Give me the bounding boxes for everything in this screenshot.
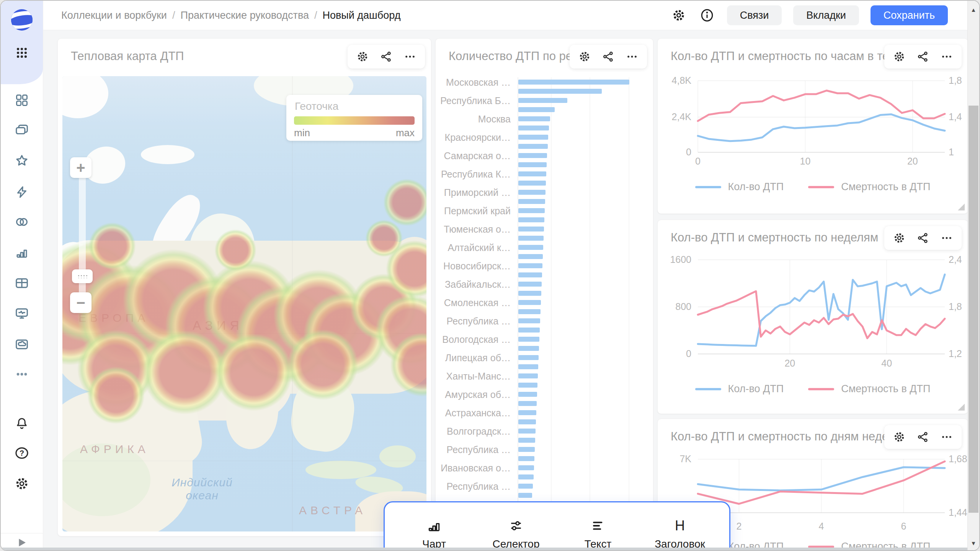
widget-links-icon[interactable] [599, 47, 618, 66]
heatmap-legend: Геоточка min max [286, 95, 422, 141]
sidebar-item-monitoring-icon[interactable] [1, 305, 43, 323]
sidebar-item-collections-icon[interactable] [1, 121, 43, 139]
map-zoom-slider-handle[interactable] [72, 269, 93, 283]
bar [518, 263, 542, 268]
sidebar-item-editor-icon[interactable] [1, 183, 43, 201]
save-button[interactable]: Сохранить [871, 5, 948, 25]
apps-grid-icon[interactable] [1, 44, 43, 62]
bar [518, 116, 550, 121]
add-chart-button[interactable]: Чарт [402, 518, 467, 550]
legend-item-mortality[interactable]: Смертность в ДТП [808, 383, 930, 395]
y-left-tick: 800 [658, 301, 691, 312]
help-icon[interactable]: ? [1, 444, 43, 462]
widget-links-icon[interactable] [913, 228, 933, 248]
svg-text:?: ? [20, 449, 24, 457]
widget-settings-gear-icon[interactable] [575, 47, 594, 66]
map-zoom-out-button[interactable]: − [70, 292, 91, 313]
bar [518, 89, 602, 94]
bar-label: Республика К… [436, 169, 511, 180]
x-tick: 40 [875, 358, 898, 369]
sidebar-item-dashboards-icon[interactable] [1, 91, 43, 109]
widget-line-chart-weeks: Кол-во ДТП и смертность по неделям Кол-в… [657, 220, 968, 414]
bar [518, 346, 539, 351]
widget-more-icon[interactable] [937, 228, 956, 248]
widget-settings-gear-icon[interactable] [353, 47, 372, 66]
widget-more-icon[interactable] [400, 47, 420, 66]
dashboard-canvas: Тепловая карта ДТП [43, 30, 969, 549]
top-bar: Коллекции и воркбуки / Практические руко… [43, 1, 969, 30]
widget-links-icon[interactable] [913, 427, 933, 447]
widget-more-icon[interactable] [937, 427, 956, 447]
legend-item-accidents[interactable]: Кол-во ДТП [695, 383, 784, 395]
x-tick: 10 [794, 156, 817, 167]
sidebar-item-storage-icon[interactable] [1, 335, 43, 354]
bar-label: Забайкальск… [436, 279, 511, 290]
widget-more-icon[interactable] [937, 47, 956, 66]
series-line-mortality [698, 291, 945, 338]
bar [518, 144, 548, 149]
bar [518, 181, 546, 186]
bar [518, 429, 536, 434]
widget-links-icon[interactable] [913, 47, 933, 66]
add-selector-button[interactable]: Селектор [483, 518, 549, 550]
bar-label: Самарская о… [436, 150, 511, 161]
bar-label: Амурская об… [436, 389, 511, 400]
selector-sliders-icon [509, 518, 523, 533]
bar [518, 135, 548, 140]
add-text-button[interactable]: Текст [565, 518, 630, 550]
y-left-tick: 2,4K [658, 111, 691, 122]
bar-label: Новосибирск… [436, 261, 511, 272]
legend-item-accidents[interactable]: Кол-во ДТП [695, 181, 784, 193]
settings-gear-icon[interactable] [1, 474, 43, 493]
datalens-logo-icon[interactable] [11, 9, 33, 31]
bar [518, 245, 543, 250]
bar [518, 272, 542, 277]
x-tick: 20 [778, 358, 801, 369]
bar [518, 107, 555, 112]
chart-legend: Кол-во ДТП Смертность в ДТП [658, 181, 968, 193]
links-button[interactable]: Связи [727, 5, 782, 25]
scroll-down-icon[interactable]: ▼ [968, 537, 979, 549]
y-left-tick: 7K [658, 453, 691, 465]
breadcrumb-guides[interactable]: Практические руководства [180, 10, 309, 21]
sidebar-item-connections-icon[interactable] [1, 213, 43, 231]
add-heading-button[interactable]: H Заголовок [647, 518, 712, 550]
widget-links-icon[interactable] [377, 47, 396, 66]
y-left-tick: 4,8K [658, 75, 691, 86]
widget-line-chart-hours: Кол-во ДТП и смертность по часам в те… К… [657, 38, 968, 214]
dashboard-settings-gear-icon[interactable] [670, 7, 687, 24]
widget-more-icon[interactable] [622, 47, 642, 66]
bar [518, 484, 533, 489]
widget-settings-gear-icon[interactable] [890, 228, 909, 248]
vertical-scrollbar[interactable]: ▲ ▼ [967, 1, 979, 551]
heatmap-map[interactable]: ЕВРОПА АЗИЯ АФРИКА Индийскийокеан АВСТРА… [62, 76, 426, 531]
widget-settings-gear-icon[interactable] [890, 47, 909, 66]
info-icon[interactable] [699, 7, 715, 24]
y-left-tick: 1600 [658, 254, 691, 265]
dashboard-edit-toolbar: Чарт Селектор Текст H Заголовок [384, 501, 730, 551]
sidebar-item-charts-icon[interactable] [1, 243, 43, 262]
breadcrumb-collections[interactable]: Коллекции и воркбуки [61, 10, 167, 21]
notifications-bell-icon[interactable] [1, 414, 43, 432]
series-line-accidents [698, 274, 945, 346]
scroll-up-icon[interactable]: ▲ [968, 4, 979, 15]
sidebar-item-favorites-icon[interactable] [1, 152, 43, 170]
bar-label: Ивановская о… [436, 463, 511, 474]
x-tick: 2 [728, 521, 751, 532]
bar [518, 291, 541, 296]
widget-settings-gear-icon[interactable] [890, 427, 909, 447]
heading-icon: H [675, 518, 685, 533]
y-right-tick: 1,8 [949, 75, 962, 86]
scrollbar-thumb[interactable] [969, 106, 978, 513]
sidebar-item-more-icon[interactable] [1, 365, 43, 383]
legend-item-mortality[interactable]: Смертность в ДТП [808, 181, 930, 193]
tabs-button[interactable]: Вкладки [793, 5, 859, 25]
map-zoom-in-button[interactable]: + [70, 157, 91, 178]
sidebar-item-datasets-icon[interactable] [1, 274, 43, 292]
bar [518, 456, 534, 461]
widget-resize-handle[interactable] [958, 404, 965, 411]
map-zoom-slider-track[interactable] [79, 167, 86, 305]
widget-resize-handle[interactable] [958, 204, 965, 210]
widget-title: Тепловая карта ДТП [71, 49, 184, 63]
widget-actions [884, 45, 962, 68]
